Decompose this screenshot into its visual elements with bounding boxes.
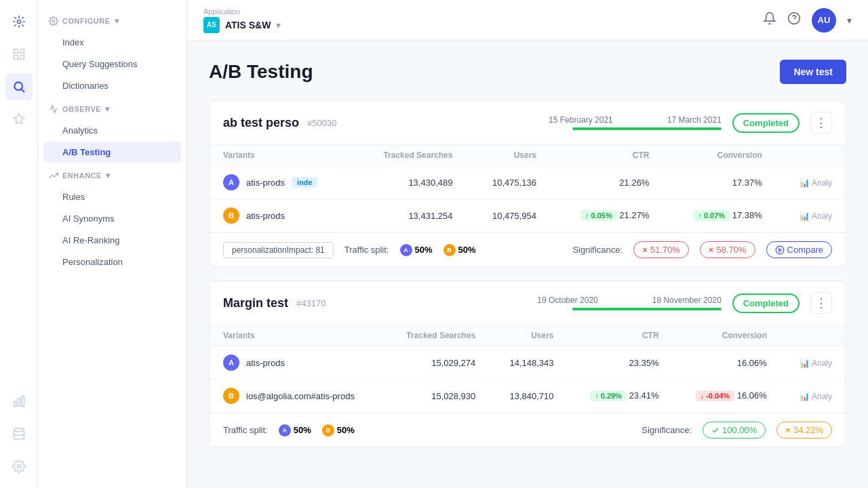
sidebar-icon-dashboard[interactable] xyxy=(5,41,33,68)
sig-badge-1-1: 100.00% xyxy=(703,422,766,439)
traffic-label-1: Traffic split: xyxy=(223,425,268,435)
table-row: A atis-prods 15,029,274 14,148,343 23.35… xyxy=(210,346,846,380)
app-chevron-icon: ▾ xyxy=(276,20,281,30)
table-row: A atis-prods inde 13,430,489 10,475,136 … xyxy=(210,166,846,199)
sidebar-icon-home[interactable] xyxy=(5,8,33,35)
nav-item-index[interactable]: Index xyxy=(43,32,181,53)
conversion: ↑ 0.07% 17.38% xyxy=(663,199,775,232)
configure-label: CONFIGURE xyxy=(62,17,111,25)
nav-item-personalization[interactable]: Personalization xyxy=(43,251,181,272)
analytics-link-b-1[interactable]: 📊 Analy xyxy=(781,380,846,413)
test-id-1: #43170 xyxy=(296,298,326,308)
nav-item-dictionaries[interactable]: Dictionaries xyxy=(43,75,181,96)
users: 10,475,954 xyxy=(466,199,550,232)
variant-name: atis-prods xyxy=(246,211,285,221)
analytics-link[interactable]: 📊 Analy xyxy=(776,166,846,199)
variant-badge-b-1: B xyxy=(223,388,239,404)
col-tracked-1: Tracked Searches xyxy=(383,325,489,346)
observe-header[interactable]: OBSERVE ▾ xyxy=(38,99,186,119)
status-badge-0: Completed xyxy=(732,113,800,133)
col-conv-1: Conversion xyxy=(673,325,781,346)
date-range-1: 19 October 2020 18 November 2020 xyxy=(537,296,721,310)
nav-item-query-suggestions[interactable]: Query Suggestions xyxy=(43,54,181,75)
page-title: A/B Testing xyxy=(209,61,313,83)
content-area: A/B Testing New test ab test perso #5003… xyxy=(187,41,868,488)
sidebar-icon-pin[interactable] xyxy=(5,106,33,133)
test-menu-button-1[interactable]: ⋮ xyxy=(810,292,832,314)
svg-point-11 xyxy=(52,20,55,22)
ctr: 21.26% xyxy=(550,166,663,199)
test-dates-0: 15 February 2021 17 March 2021 Completed… xyxy=(549,112,832,134)
variant-cell: A atis-prods inde xyxy=(210,166,353,199)
variant-name: atis-prods xyxy=(246,178,285,188)
sig-badge-2: × 58.70% xyxy=(700,241,755,258)
svg-rect-1 xyxy=(14,49,18,54)
col-variants-0: Variants xyxy=(210,145,353,166)
nav-section-observe: OBSERVE ▾ Analytics A/B Testing xyxy=(38,99,186,163)
conversion: ↓ -0.04% 16.06% xyxy=(673,380,781,413)
variant-cell: B ios@algolia.com#atis-prods xyxy=(210,380,383,413)
configure-header[interactable]: CONFIGURE ▾ xyxy=(38,11,186,31)
analytics-link[interactable]: 📊 Analy xyxy=(781,346,846,380)
variant-badge-b: B xyxy=(223,207,239,224)
conversion: 16.06% xyxy=(673,346,781,380)
compare-button[interactable]: Compare xyxy=(766,241,832,258)
svg-point-9 xyxy=(14,428,24,432)
ctr: 23.35% xyxy=(568,346,673,380)
variant-cell: A atis-prods xyxy=(210,346,383,380)
test-table-1: Variants Tracked Searches Users CTR Conv… xyxy=(210,325,846,413)
variant-name: atis-prods xyxy=(246,358,285,368)
test-card-0: ab test perso #50030 15 February 2021 17… xyxy=(209,100,846,267)
col-tracked-0: Tracked Searches xyxy=(353,145,466,166)
user-chevron-icon[interactable]: ▾ xyxy=(847,15,852,26)
date-start-0: 15 February 2021 xyxy=(549,115,613,125)
date-start-1: 19 October 2020 xyxy=(537,296,597,305)
traffic-b-1: B 50% xyxy=(322,424,355,436)
new-test-button[interactable]: New test xyxy=(780,60,846,84)
conv-delta: ↑ 0.07% xyxy=(693,210,730,221)
test-card-header-1: Margin test #43170 19 October 2020 18 No… xyxy=(210,281,846,325)
date-bar-fill-1 xyxy=(572,308,722,310)
analytics-link-b[interactable]: 📊 Analy xyxy=(776,199,846,232)
sig-badge-1: × 51.70% xyxy=(633,241,689,258)
notification-icon[interactable] xyxy=(763,12,776,28)
traffic-label: Traffic split: xyxy=(344,245,389,255)
sig-badge-2-1: × 34.22% xyxy=(776,422,832,439)
sidebar-icon-analytics[interactable] xyxy=(5,388,33,415)
sidebar-icon-search[interactable] xyxy=(5,73,33,100)
nav-item-ai-reranking[interactable]: AI Re-Ranking xyxy=(43,230,181,251)
app-selector[interactable]: Application AS ATIS S&W ▾ xyxy=(203,7,281,33)
app-name: ATIS S&W xyxy=(225,20,271,30)
app-avatar: AS xyxy=(203,17,220,33)
test-card-header-0: ab test perso #50030 15 February 2021 17… xyxy=(210,101,846,144)
svg-rect-6 xyxy=(14,401,16,407)
nav-item-ab-testing[interactable]: A/B Testing xyxy=(43,142,181,163)
user-avatar[interactable]: AU xyxy=(812,8,836,33)
configure-chevron: ▾ xyxy=(115,16,119,26)
col-users-0: Users xyxy=(466,145,550,166)
traffic-a-1: A 50% xyxy=(279,424,311,436)
main-area: Application AS ATIS S&W ▾ AU ▾ A/B Testi… xyxy=(187,0,868,488)
col-variants-1: Variants xyxy=(210,325,383,346)
test-name-0: ab test perso xyxy=(223,116,299,130)
date-end-1: 18 November 2020 xyxy=(652,296,722,305)
page-header: A/B Testing New test xyxy=(209,60,846,84)
nav-section-enhance: ENHANCE ▾ Rules AI Synonyms AI Re-Rankin… xyxy=(38,165,186,272)
sidebar-icon-database[interactable] xyxy=(5,420,33,447)
help-icon[interactable] xyxy=(787,12,801,28)
nav-item-ai-synonyms[interactable]: AI Synonyms xyxy=(43,208,181,229)
nav-item-analytics[interactable]: Analytics xyxy=(43,120,181,141)
sidebar-icon-settings[interactable] xyxy=(5,453,33,480)
nav-item-rules[interactable]: Rules xyxy=(43,186,181,207)
tracked-searches: 15,029,274 xyxy=(383,346,489,380)
conversion: 17.37% xyxy=(663,166,775,199)
left-nav: CONFIGURE ▾ Index Query Suggestions Dict… xyxy=(38,0,187,488)
tracked-searches: 13,431,254 xyxy=(353,199,466,232)
impact-tag: personalizationImpact: 81 xyxy=(223,242,334,258)
enhance-header[interactable]: ENHANCE ▾ xyxy=(38,165,186,186)
test-menu-button-0[interactable]: ⋮ xyxy=(810,112,832,134)
significance-label-1: Significance: xyxy=(642,425,692,435)
users: 10,475,136 xyxy=(466,166,550,199)
users: 13,840,710 xyxy=(489,380,567,413)
ctr-delta: ↑ 0.29% xyxy=(590,390,627,401)
